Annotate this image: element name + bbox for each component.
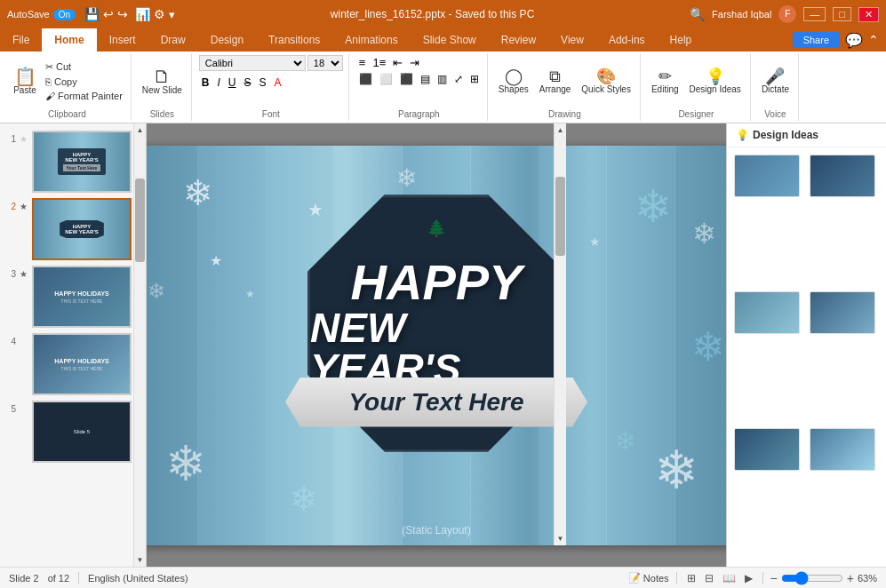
zoom-out-button[interactable]: − (770, 571, 778, 585)
font-color-button[interactable]: A (272, 75, 284, 90)
paste-button[interactable]: 📋 Paste (9, 66, 41, 97)
scroll-track[interactable] (134, 137, 146, 553)
normal-view-button[interactable]: ⊞ (684, 571, 698, 585)
align-right-button[interactable]: ⬛ (397, 72, 416, 86)
scroll-down-button[interactable]: ▼ (134, 553, 146, 567)
customize-icon[interactable]: ⚙ (154, 7, 165, 21)
font-format-row: B I U S S A (199, 75, 284, 90)
editing-icon: ✏ (659, 68, 672, 84)
share-button[interactable]: Share (793, 32, 840, 48)
ribbon-collapse-icon[interactable]: ⌃ (868, 33, 879, 47)
slide-canvas[interactable]: ❄ ❄ ❄ ❄ ❄ ❄ ❄ ❄ ❄ ❄ ★ ★ ★ ★ ★ ★ ★ ⬟ (147, 146, 726, 545)
slideshow-button[interactable]: ▶ (742, 571, 755, 585)
text-direction-button[interactable]: ⤢ (451, 72, 466, 86)
shapes-button[interactable]: ◯ Shapes (495, 67, 532, 96)
slide-subtitle[interactable]: Your Text Here (348, 388, 523, 416)
numbering-button[interactable]: 1≡ (370, 55, 388, 70)
scroll-up-button[interactable]: ▲ (134, 123, 146, 137)
slide-preview-1[interactable]: HAPPYNEW YEAR'S Your Text Here (32, 131, 132, 193)
slide-sorter-button[interactable]: ⊟ (702, 571, 716, 585)
arrange-button[interactable]: ⧉ Arrange (536, 67, 575, 96)
indent-decrease-button[interactable]: ⇤ (390, 55, 405, 70)
slide-thumb-1[interactable]: 1 ★ HAPPYNEW YEAR'S Your Text Here (4, 131, 130, 193)
zoom-slider[interactable] (781, 572, 843, 584)
bold-button[interactable]: B (199, 75, 212, 90)
canvas-scroll-thumb[interactable] (555, 177, 565, 256)
banner-ribbon[interactable]: Your Text Here (285, 377, 587, 427)
autosave-toggle[interactable]: On (53, 9, 76, 20)
font-family-select[interactable]: Calibri (199, 55, 306, 71)
save-icon[interactable]: 💾 (84, 7, 100, 21)
smart-art-button[interactable]: ⊞ (467, 72, 482, 86)
tab-help[interactable]: Help (658, 28, 705, 52)
tab-slideshow[interactable]: Slide Show (411, 28, 489, 52)
columns-button[interactable]: ▥ (435, 72, 450, 86)
bullets-button[interactable]: ≡ (356, 55, 369, 70)
design-idea-6[interactable] (810, 428, 875, 471)
shadow-button[interactable]: S (257, 75, 269, 90)
align-center-button[interactable]: ⬜ (377, 72, 395, 86)
tab-draw[interactable]: Draw (148, 28, 198, 52)
underline-button[interactable]: U (226, 75, 239, 90)
snowflake-1: ❄ (183, 172, 213, 213)
indent-increase-button[interactable]: ⇥ (407, 55, 422, 70)
copy-button[interactable]: ⎘ Copy (43, 75, 125, 88)
redo-button[interactable]: ↪ (117, 7, 128, 21)
design-idea-4[interactable] (810, 291, 875, 334)
canvas-scroll-down[interactable]: ▼ (555, 532, 567, 545)
more-icon[interactable]: ▾ (169, 8, 175, 21)
slide-thumb-3[interactable]: 3 ★ HAPPY HOLIDAYS THIS IS TEXT HERE (4, 266, 130, 328)
strikethrough-button[interactable]: S (242, 75, 254, 90)
font-size-select[interactable]: 18 (307, 55, 343, 71)
new-slide-button[interactable]: 🗋 New Slide (139, 66, 186, 97)
zoom-in-button[interactable]: + (847, 571, 854, 585)
align-left-button[interactable]: ⬛ (356, 72, 375, 86)
design-ideas-header: 💡 Design Ideas (727, 123, 886, 147)
clipboard-label: Clipboard (48, 107, 86, 119)
undo-button[interactable]: ↩ (103, 7, 114, 21)
designer-group-content: ✏ Editing 💡 Design Ideas (648, 55, 745, 107)
slide-thumb-4[interactable]: 4 HAPPY HOLIDAYS THIS IS TEXT HERE (4, 333, 130, 395)
maximize-button[interactable]: □ (833, 7, 851, 21)
scroll-thumb[interactable] (135, 179, 145, 262)
comments-icon[interactable]: 💬 (845, 32, 863, 49)
justify-button[interactable]: ▤ (418, 72, 433, 86)
slide-panel-scrollbar[interactable]: ▲ ▼ (133, 123, 146, 567)
slide-thumb-2[interactable]: 2 ★ HAPPYNEW YEAR'S (4, 198, 130, 260)
canvas-scroll-track[interactable] (555, 137, 566, 532)
tab-design[interactable]: Design (198, 28, 256, 52)
design-idea-1[interactable] (734, 155, 800, 197)
slide-preview-4[interactable]: HAPPY HOLIDAYS THIS IS TEXT HERE (32, 333, 132, 395)
editing-button[interactable]: ✏ Editing (648, 67, 682, 96)
slide-preview-5[interactable]: Slide 5 (32, 401, 132, 463)
slide-preview-3[interactable]: HAPPY HOLIDAYS THIS IS TEXT HERE (32, 266, 132, 328)
reading-view-button[interactable]: 📖 (720, 571, 738, 585)
design-ideas-button[interactable]: 💡 Design Ideas (686, 67, 745, 96)
design-idea-3[interactable] (734, 291, 800, 334)
italic-button[interactable]: I (215, 75, 223, 90)
format-painter-button[interactable]: 🖌 Format Painter (43, 90, 125, 102)
tab-file[interactable]: File (0, 28, 42, 52)
tab-home[interactable]: Home (42, 28, 96, 52)
slide-thumb-5[interactable]: 5 Slide 5 (4, 401, 130, 463)
canvas-scroll-up[interactable]: ▲ (555, 123, 567, 137)
design-idea-2[interactable] (810, 155, 875, 197)
cut-button[interactable]: ✂ Cut (43, 60, 125, 74)
canvas-scrollbar-v[interactable]: ▲ ▼ (554, 123, 566, 545)
tab-addins[interactable]: Add-ins (596, 28, 658, 52)
tab-transitions[interactable]: Transitions (256, 28, 332, 52)
slide-title-line1[interactable]: HAPPY (351, 258, 523, 307)
dictate-button[interactable]: 🎤 Dictate (758, 67, 793, 96)
tab-review[interactable]: Review (489, 28, 548, 52)
slide-preview-2[interactable]: HAPPYNEW YEAR'S (32, 198, 132, 260)
close-button[interactable]: ✕ (858, 7, 879, 22)
tab-view[interactable]: View (548, 28, 596, 52)
design-idea-5[interactable] (734, 428, 800, 471)
notes-icon: 📝 (628, 572, 641, 584)
search-icon[interactable]: 🔍 (690, 7, 705, 21)
tab-insert[interactable]: Insert (97, 28, 148, 52)
quick-styles-button[interactable]: 🎨 Quick Styles (578, 67, 635, 96)
minimize-button[interactable]: — (803, 7, 826, 21)
notes-button[interactable]: 📝 Notes (628, 572, 669, 584)
tab-animations[interactable]: Animations (332, 28, 410, 52)
